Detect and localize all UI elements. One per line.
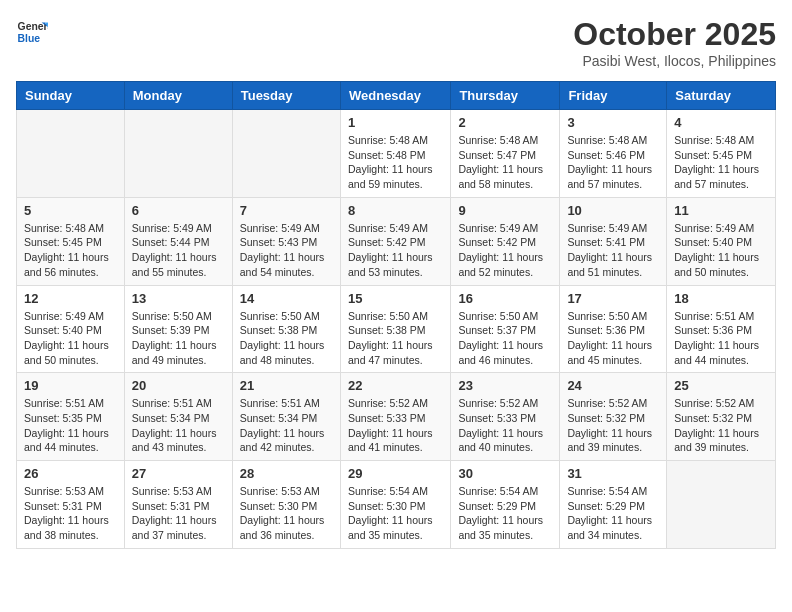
- daylight-text: Daylight: 11 hours and 34 minutes.: [567, 514, 652, 541]
- day-info: Sunrise: 5:48 AMSunset: 5:46 PMDaylight:…: [567, 133, 659, 192]
- sunset-text: Sunset: 5:44 PM: [132, 236, 210, 248]
- sunset-text: Sunset: 5:48 PM: [348, 149, 426, 161]
- sunrise-text: Sunrise: 5:52 AM: [567, 397, 647, 409]
- day-info: Sunrise: 5:50 AMSunset: 5:38 PMDaylight:…: [348, 309, 443, 368]
- sunset-text: Sunset: 5:35 PM: [24, 412, 102, 424]
- day-info: Sunrise: 5:51 AMSunset: 5:34 PMDaylight:…: [132, 396, 225, 455]
- day-info: Sunrise: 5:54 AMSunset: 5:29 PMDaylight:…: [567, 484, 659, 543]
- sunrise-text: Sunrise: 5:49 AM: [132, 222, 212, 234]
- daylight-text: Daylight: 11 hours and 45 minutes.: [567, 339, 652, 366]
- daylight-text: Daylight: 11 hours and 47 minutes.: [348, 339, 433, 366]
- calendar-day-21: 21Sunrise: 5:51 AMSunset: 5:34 PMDayligh…: [232, 373, 340, 461]
- sunrise-text: Sunrise: 5:52 AM: [458, 397, 538, 409]
- calendar-day-16: 16Sunrise: 5:50 AMSunset: 5:37 PMDayligh…: [451, 285, 560, 373]
- sunrise-text: Sunrise: 5:51 AM: [132, 397, 212, 409]
- calendar-day-10: 10Sunrise: 5:49 AMSunset: 5:41 PMDayligh…: [560, 197, 667, 285]
- day-number: 10: [567, 203, 659, 218]
- sunset-text: Sunset: 5:45 PM: [674, 149, 752, 161]
- daylight-text: Daylight: 11 hours and 59 minutes.: [348, 163, 433, 190]
- day-number: 31: [567, 466, 659, 481]
- sunset-text: Sunset: 5:37 PM: [458, 324, 536, 336]
- sunrise-text: Sunrise: 5:54 AM: [567, 485, 647, 497]
- calendar-day-29: 29Sunrise: 5:54 AMSunset: 5:30 PMDayligh…: [340, 461, 450, 549]
- calendar-day-28: 28Sunrise: 5:53 AMSunset: 5:30 PMDayligh…: [232, 461, 340, 549]
- day-info: Sunrise: 5:51 AMSunset: 5:35 PMDaylight:…: [24, 396, 117, 455]
- day-info: Sunrise: 5:49 AMSunset: 5:41 PMDaylight:…: [567, 221, 659, 280]
- calendar-table: SundayMondayTuesdayWednesdayThursdayFrid…: [16, 81, 776, 549]
- sunrise-text: Sunrise: 5:50 AM: [348, 310, 428, 322]
- sunset-text: Sunset: 5:45 PM: [24, 236, 102, 248]
- day-info: Sunrise: 5:53 AMSunset: 5:30 PMDaylight:…: [240, 484, 333, 543]
- page-header: General Blue October 2025 Pasibi West, I…: [16, 16, 776, 69]
- day-info: Sunrise: 5:54 AMSunset: 5:29 PMDaylight:…: [458, 484, 552, 543]
- day-number: 23: [458, 378, 552, 393]
- day-info: Sunrise: 5:48 AMSunset: 5:45 PMDaylight:…: [24, 221, 117, 280]
- sunrise-text: Sunrise: 5:50 AM: [132, 310, 212, 322]
- day-info: Sunrise: 5:48 AMSunset: 5:48 PMDaylight:…: [348, 133, 443, 192]
- calendar-week-4: 19Sunrise: 5:51 AMSunset: 5:35 PMDayligh…: [17, 373, 776, 461]
- daylight-text: Daylight: 11 hours and 58 minutes.: [458, 163, 543, 190]
- calendar-day-18: 18Sunrise: 5:51 AMSunset: 5:36 PMDayligh…: [667, 285, 776, 373]
- day-number: 29: [348, 466, 443, 481]
- day-info: Sunrise: 5:48 AMSunset: 5:47 PMDaylight:…: [458, 133, 552, 192]
- sunset-text: Sunset: 5:40 PM: [674, 236, 752, 248]
- logo-icon: General Blue: [16, 16, 48, 48]
- sunset-text: Sunset: 5:42 PM: [348, 236, 426, 248]
- sunrise-text: Sunrise: 5:49 AM: [567, 222, 647, 234]
- sunset-text: Sunset: 5:33 PM: [348, 412, 426, 424]
- sunrise-text: Sunrise: 5:51 AM: [24, 397, 104, 409]
- sunset-text: Sunset: 5:41 PM: [567, 236, 645, 248]
- day-info: Sunrise: 5:51 AMSunset: 5:36 PMDaylight:…: [674, 309, 768, 368]
- day-info: Sunrise: 5:49 AMSunset: 5:40 PMDaylight:…: [24, 309, 117, 368]
- day-number: 22: [348, 378, 443, 393]
- daylight-text: Daylight: 11 hours and 49 minutes.: [132, 339, 217, 366]
- calendar-day-9: 9Sunrise: 5:49 AMSunset: 5:42 PMDaylight…: [451, 197, 560, 285]
- sunrise-text: Sunrise: 5:49 AM: [458, 222, 538, 234]
- day-info: Sunrise: 5:50 AMSunset: 5:36 PMDaylight:…: [567, 309, 659, 368]
- calendar-day-5: 5Sunrise: 5:48 AMSunset: 5:45 PMDaylight…: [17, 197, 125, 285]
- logo: General Blue: [16, 16, 48, 48]
- sunset-text: Sunset: 5:31 PM: [24, 500, 102, 512]
- day-number: 16: [458, 291, 552, 306]
- weekday-header-row: SundayMondayTuesdayWednesdayThursdayFrid…: [17, 82, 776, 110]
- daylight-text: Daylight: 11 hours and 48 minutes.: [240, 339, 325, 366]
- sunset-text: Sunset: 5:29 PM: [567, 500, 645, 512]
- day-number: 14: [240, 291, 333, 306]
- day-info: Sunrise: 5:50 AMSunset: 5:37 PMDaylight:…: [458, 309, 552, 368]
- weekday-header-wednesday: Wednesday: [340, 82, 450, 110]
- day-number: 17: [567, 291, 659, 306]
- sunset-text: Sunset: 5:46 PM: [567, 149, 645, 161]
- day-number: 30: [458, 466, 552, 481]
- daylight-text: Daylight: 11 hours and 44 minutes.: [24, 427, 109, 454]
- sunrise-text: Sunrise: 5:48 AM: [567, 134, 647, 146]
- daylight-text: Daylight: 11 hours and 46 minutes.: [458, 339, 543, 366]
- day-number: 18: [674, 291, 768, 306]
- sunrise-text: Sunrise: 5:49 AM: [240, 222, 320, 234]
- sunset-text: Sunset: 5:43 PM: [240, 236, 318, 248]
- calendar-empty-cell: [667, 461, 776, 549]
- location: Pasibi West, Ilocos, Philippines: [573, 53, 776, 69]
- day-info: Sunrise: 5:49 AMSunset: 5:44 PMDaylight:…: [132, 221, 225, 280]
- sunset-text: Sunset: 5:30 PM: [348, 500, 426, 512]
- daylight-text: Daylight: 11 hours and 36 minutes.: [240, 514, 325, 541]
- day-number: 4: [674, 115, 768, 130]
- calendar-empty-cell: [232, 110, 340, 198]
- calendar-week-2: 5Sunrise: 5:48 AMSunset: 5:45 PMDaylight…: [17, 197, 776, 285]
- daylight-text: Daylight: 11 hours and 41 minutes.: [348, 427, 433, 454]
- sunset-text: Sunset: 5:31 PM: [132, 500, 210, 512]
- day-number: 21: [240, 378, 333, 393]
- calendar-day-31: 31Sunrise: 5:54 AMSunset: 5:29 PMDayligh…: [560, 461, 667, 549]
- calendar-empty-cell: [124, 110, 232, 198]
- daylight-text: Daylight: 11 hours and 53 minutes.: [348, 251, 433, 278]
- sunrise-text: Sunrise: 5:49 AM: [674, 222, 754, 234]
- day-number: 3: [567, 115, 659, 130]
- calendar-day-13: 13Sunrise: 5:50 AMSunset: 5:39 PMDayligh…: [124, 285, 232, 373]
- calendar-day-4: 4Sunrise: 5:48 AMSunset: 5:45 PMDaylight…: [667, 110, 776, 198]
- sunrise-text: Sunrise: 5:48 AM: [348, 134, 428, 146]
- svg-text:Blue: Blue: [18, 33, 41, 44]
- daylight-text: Daylight: 11 hours and 39 minutes.: [567, 427, 652, 454]
- daylight-text: Daylight: 11 hours and 38 minutes.: [24, 514, 109, 541]
- calendar-day-12: 12Sunrise: 5:49 AMSunset: 5:40 PMDayligh…: [17, 285, 125, 373]
- day-info: Sunrise: 5:49 AMSunset: 5:42 PMDaylight:…: [458, 221, 552, 280]
- day-info: Sunrise: 5:52 AMSunset: 5:33 PMDaylight:…: [458, 396, 552, 455]
